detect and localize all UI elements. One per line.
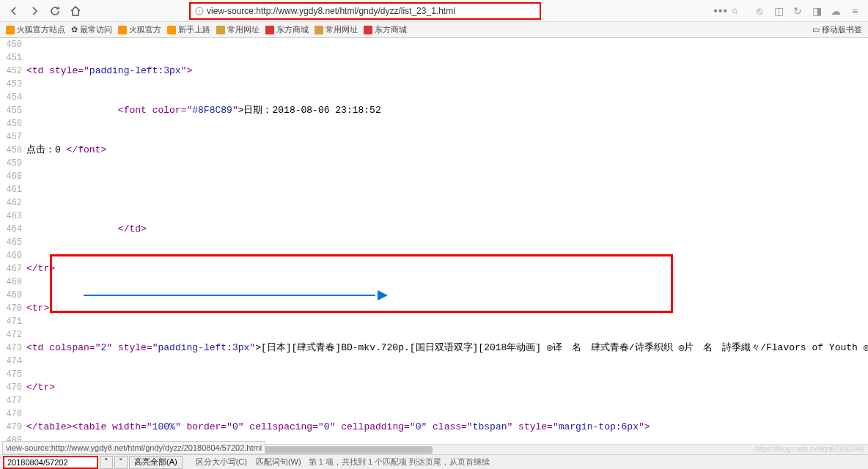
gear-icon: ✿ bbox=[71, 25, 78, 34]
chevron-down-icon: ˅ bbox=[119, 457, 123, 467]
chevron-up-icon: ˄ bbox=[104, 457, 108, 467]
firefox-icon bbox=[6, 26, 15, 34]
find-next-button[interactable]: ˅ bbox=[114, 456, 128, 469]
sidebar-icon[interactable]: ◫ bbox=[771, 4, 786, 18]
source-code[interactable]: <td style="padding-left:3px"> <font colo… bbox=[26, 38, 868, 469]
firefox-icon bbox=[167, 26, 176, 34]
folder-icon bbox=[315, 26, 323, 34]
mobile-bookmark-icon[interactable]: ▭ 移动版书签 bbox=[812, 24, 862, 35]
info-icon: i bbox=[195, 7, 204, 15]
weather-icon[interactable]: ☁ bbox=[828, 4, 843, 18]
back-button[interactable] bbox=[6, 3, 22, 19]
folder-icon bbox=[216, 26, 225, 34]
whole-word-label[interactable]: 匹配词句(W) bbox=[256, 457, 301, 468]
bookmark-item[interactable]: 常用网址 bbox=[315, 24, 358, 35]
sync-icon[interactable]: ↻ bbox=[790, 4, 805, 18]
bookmark-item[interactable]: 东方商城 bbox=[364, 24, 407, 35]
bookmark-item[interactable]: 常用网址 bbox=[216, 24, 260, 35]
bookmark-bar: 火狐官方站点 ✿最常访问 火狐官方 新手上路 常用网址 东方商城 常用网址 东方… bbox=[0, 22, 868, 38]
site-icon bbox=[265, 26, 274, 34]
status-link-text: view-source:http://www.ygdy8.net/html/gn… bbox=[2, 441, 265, 454]
url-text: view-source:http://www.ygdy8.net/html/gn… bbox=[207, 6, 455, 16]
firefox-icon bbox=[118, 26, 127, 34]
find-input[interactable] bbox=[3, 456, 98, 469]
line-numbers: 4504514524534544554564574584594604614624… bbox=[0, 38, 23, 469]
bookmark-item[interactable]: 东方商城 bbox=[265, 24, 309, 35]
browser-chrome: i view-source:http://www.ygdy8.net/html/… bbox=[0, 0, 868, 22]
forward-button[interactable] bbox=[26, 3, 43, 19]
source-viewer: 4504514524534544554564574584594604614624… bbox=[0, 38, 868, 469]
reload-button[interactable] bbox=[47, 3, 63, 19]
url-bar[interactable]: i view-source:http://www.ygdy8.net/html/… bbox=[189, 2, 541, 20]
highlight-all-button[interactable]: 高亮全部(A) bbox=[129, 456, 183, 469]
find-status: 第 1 项，共找到 1 个匹配项 到达页尾，从页首继续 bbox=[309, 457, 490, 468]
bookmark-item[interactable]: 新手上路 bbox=[167, 24, 210, 35]
bookmark-star-icon[interactable]: ☆ bbox=[731, 6, 739, 16]
home-button[interactable] bbox=[67, 3, 84, 19]
addon-icon[interactable]: ◨ bbox=[809, 4, 824, 18]
library-icon[interactable]: ⎋ bbox=[752, 4, 767, 18]
status-bar: view-source:http://www.ygdy8.net/html/gn… bbox=[2, 441, 868, 454]
case-label[interactable]: 区分大小写(C) bbox=[196, 457, 247, 468]
find-prev-button[interactable]: ˄ bbox=[100, 456, 113, 469]
menu-icon[interactable]: ≡ bbox=[847, 4, 862, 18]
watermark: https://blog.csdn.net/qq61200348 bbox=[755, 445, 864, 453]
page-actions-icon[interactable]: ••• bbox=[713, 4, 728, 18]
site-icon bbox=[364, 26, 372, 34]
find-bar: ˄ ˅ 高亮全部(A) 区分大小写(C) 匹配词句(W) 第 1 项，共找到 1… bbox=[0, 454, 868, 469]
bookmark-item[interactable]: ✿最常访问 bbox=[71, 24, 112, 35]
bookmark-item[interactable]: 火狐官方 bbox=[118, 24, 161, 35]
bookmark-item[interactable]: 火狐官方站点 bbox=[6, 24, 65, 35]
svg-text:i: i bbox=[199, 8, 200, 15]
